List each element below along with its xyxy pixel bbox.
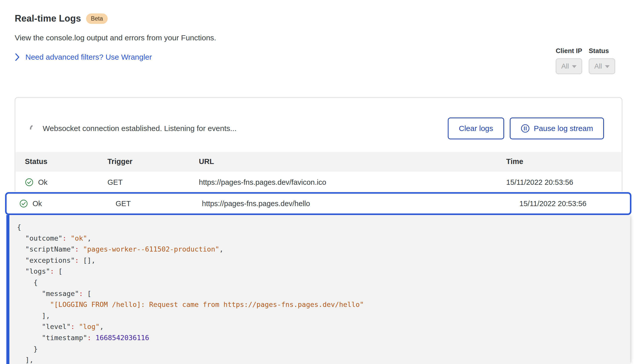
row-url: https://pages-fns.pages.dev/hello (202, 200, 519, 208)
column-header-status: Status (16, 157, 107, 166)
row-status: Ok (33, 200, 42, 208)
column-header-time: Time (506, 157, 621, 166)
pause-log-stream-label: Pause log stream (534, 124, 593, 133)
ok-check-icon (19, 199, 28, 208)
logs-card: Websocket connection established. Listen… (15, 97, 622, 193)
clear-logs-button[interactable]: Clear logs (448, 118, 504, 139)
status-filter-label: Status (589, 47, 615, 55)
spinner-icon (29, 124, 38, 133)
beta-badge: Beta (86, 13, 108, 24)
realtime-logs-page: Real-time Logs Beta View the console.log… (0, 0, 637, 364)
log-detail-panel: { "outcome": "ok", "scriptName": "pages-… (6, 215, 630, 364)
log-table-row[interactable]: Ok GET https://pages-fns.pages.dev/favic… (16, 172, 621, 193)
row-trigger: GET (116, 200, 202, 208)
caret-down-icon (605, 65, 610, 68)
caret-down-icon (572, 65, 577, 68)
websocket-status-text: Websocket connection established. Listen… (43, 124, 236, 133)
pause-icon (521, 124, 530, 133)
client-ip-filter-dropdown[interactable]: All (556, 58, 582, 74)
page-title: Real-time Logs (15, 13, 81, 24)
client-ip-filter-label: Client IP (556, 47, 582, 55)
pause-log-stream-button[interactable]: Pause log stream (510, 118, 604, 139)
column-header-trigger: Trigger (107, 157, 199, 166)
ok-check-icon (25, 178, 34, 187)
wrangler-link-label: Need advanced filters? Use Wrangler (25, 53, 152, 61)
row-time: 15/11/2022 20:53:56 (519, 200, 630, 208)
row-url: https://pages-fns.pages.dev/favicon.ico (199, 178, 506, 187)
client-ip-filter-value: All (561, 62, 569, 70)
column-header-url: URL (199, 157, 506, 166)
filters: Client IP All Status All (556, 47, 615, 74)
status-filter-value: All (594, 62, 602, 70)
log-detail-json: { "outcome": "ok", "scriptName": "pages-… (9, 215, 630, 364)
row-time: 15/11/2022 20:53:56 (506, 178, 621, 187)
chevron-right-icon (15, 53, 20, 61)
websocket-status: Websocket connection established. Listen… (30, 124, 236, 133)
page-header: Real-time Logs Beta View the console.log… (15, 13, 216, 61)
wrangler-link[interactable]: Need advanced filters? Use Wrangler (15, 53, 216, 61)
log-table-header: Status Trigger URL Time (16, 152, 621, 171)
row-status: Ok (38, 178, 47, 187)
status-filter-dropdown[interactable]: All (589, 58, 615, 74)
log-table-row-selected[interactable]: Ok GET https://pages-fns.pages.dev/hello… (5, 192, 631, 215)
page-subtitle: View the console.log output and errors f… (15, 34, 216, 42)
clear-logs-label: Clear logs (459, 124, 493, 133)
row-trigger: GET (107, 178, 199, 187)
